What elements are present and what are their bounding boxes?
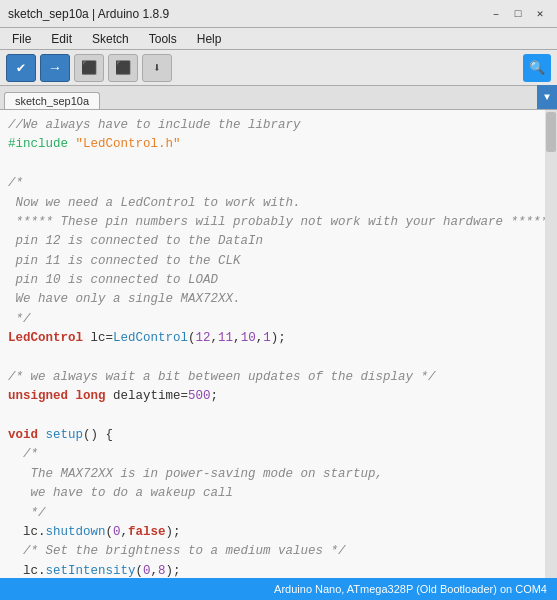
code-editor[interactable]: //We always have to include the library … — [0, 110, 545, 600]
open-button[interactable]: ⬛ — [108, 54, 138, 82]
menu-file[interactable]: File — [4, 30, 39, 48]
toolbar: ✔ → ⬛ ⬛ ⬇ 🔍 — [0, 50, 557, 86]
statusbar: Arduino Nano, ATmega328P (Old Bootloader… — [0, 578, 557, 600]
tabs-row: sketch_sep10a — [4, 92, 537, 109]
menu-help[interactable]: Help — [189, 30, 230, 48]
titlebar: sketch_sep10a | Arduino 1.8.9 – □ ✕ — [0, 0, 557, 28]
menu-edit[interactable]: Edit — [43, 30, 80, 48]
menu-sketch[interactable]: Sketch — [84, 30, 137, 48]
vertical-scrollbar[interactable] — [545, 110, 557, 600]
tab-menu-button[interactable]: ▼ — [537, 85, 557, 109]
new-button[interactable]: ⬛ — [74, 54, 104, 82]
window-controls: – □ ✕ — [485, 5, 549, 23]
tab-sketch[interactable]: sketch_sep10a — [4, 92, 100, 109]
menu-tools[interactable]: Tools — [141, 30, 185, 48]
tab-bar: sketch_sep10a ▼ — [0, 86, 557, 110]
maximize-button[interactable]: □ — [509, 5, 527, 23]
scrollbar-thumb[interactable] — [546, 112, 556, 152]
code-area: //We always have to include the library … — [0, 110, 557, 600]
titlebar-title: sketch_sep10a | Arduino 1.8.9 — [8, 7, 169, 21]
menubar: File Edit Sketch Tools Help — [0, 28, 557, 50]
search-button[interactable]: 🔍 — [523, 54, 551, 82]
status-text: Arduino Nano, ATmega328P (Old Bootloader… — [274, 583, 547, 595]
tab-label: sketch_sep10a — [15, 95, 89, 107]
verify-button[interactable]: ✔ — [6, 54, 36, 82]
minimize-button[interactable]: – — [487, 5, 505, 23]
upload-button[interactable]: → — [40, 54, 70, 82]
close-button[interactable]: ✕ — [531, 5, 549, 23]
save-button[interactable]: ⬇ — [142, 54, 172, 82]
toolbar-buttons: ✔ → ⬛ ⬛ ⬇ — [6, 54, 172, 82]
editor-wrapper: sketch_sep10a ▼ //We always have to incl… — [0, 86, 557, 600]
